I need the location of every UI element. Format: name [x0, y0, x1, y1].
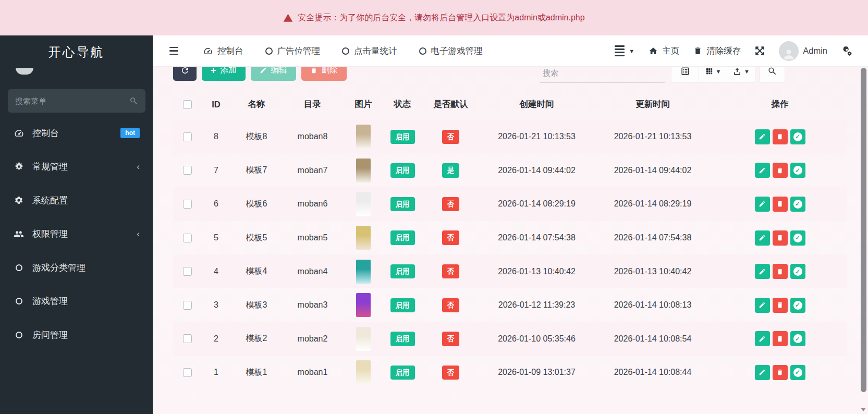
home-link[interactable]: 主页 — [649, 45, 679, 57]
edit-button[interactable]: 编辑 — [251, 67, 296, 81]
default-badge[interactable]: 否 — [442, 366, 460, 380]
select-all-checkbox[interactable] — [183, 100, 192, 109]
default-badge[interactable]: 否 — [442, 197, 460, 212]
default-badge[interactable]: 否 — [442, 230, 460, 245]
user-menu[interactable]: Admin — [779, 41, 827, 61]
template-thumbnail[interactable] — [356, 192, 371, 216]
tab-ad-manage[interactable]: 广告位管理 — [258, 41, 328, 61]
table-search-input[interactable] — [540, 67, 665, 83]
refresh-button[interactable] — [173, 67, 197, 81]
export-button[interactable]: ▼ — [727, 67, 755, 83]
nav-tabs: 控制台 广告位管理 点击量统计 电子游戏管理 — [196, 41, 490, 61]
row-checkbox[interactable] — [183, 234, 192, 242]
row-edit-button[interactable] — [755, 163, 770, 178]
row-delete-button[interactable] — [773, 365, 788, 380]
template-thumbnail[interactable] — [356, 159, 371, 182]
pencil-icon — [260, 67, 267, 74]
dashboard-icon — [13, 128, 25, 138]
row-edit-button[interactable] — [755, 365, 770, 380]
edit-label: 编辑 — [271, 67, 287, 76]
row-check-button[interactable]: ✓ — [790, 197, 805, 212]
row-check-button[interactable]: ✓ — [790, 163, 805, 178]
template-thumbnail[interactable] — [356, 293, 371, 317]
row-checkbox[interactable] — [183, 200, 192, 209]
row-edit-button[interactable] — [755, 331, 770, 346]
search-button[interactable] — [759, 67, 785, 83]
fullscreen-icon[interactable] — [755, 46, 765, 56]
status-badge[interactable]: 启用 — [390, 197, 415, 212]
row-checkbox[interactable] — [183, 267, 192, 276]
sidebar-item-general[interactable]: 常规管理 ‹ — [0, 150, 153, 184]
security-alert-banner: 安全提示：为了你的后台安全，请勿将后台管理入口设置为admin或admin.ph… — [0, 0, 868, 35]
row-check-button[interactable]: ✓ — [790, 264, 805, 279]
col-actions: 操作 — [713, 99, 847, 110]
default-badge[interactable]: 否 — [442, 264, 460, 279]
row-delete-button[interactable] — [773, 163, 788, 178]
tab-list-dropdown[interactable]: ▼ — [615, 45, 634, 57]
scrollbar-thumb[interactable] — [861, 68, 866, 392]
row-edit-button[interactable] — [755, 264, 770, 279]
row-check-button[interactable]: ✓ — [790, 331, 805, 346]
sidebar-search-input[interactable] — [15, 96, 129, 105]
row-checkbox[interactable] — [183, 334, 192, 343]
status-badge[interactable]: 启用 — [390, 298, 415, 313]
row-delete-button[interactable] — [773, 331, 788, 346]
clear-cache-link[interactable]: 清除缓存 — [693, 45, 741, 57]
row-edit-button[interactable] — [755, 129, 770, 144]
row-checkbox[interactable] — [183, 368, 192, 377]
row-check-button[interactable]: ✓ — [790, 129, 805, 144]
row-check-button[interactable]: ✓ — [790, 298, 805, 313]
row-delete-button[interactable] — [773, 264, 788, 279]
check-icon: ✓ — [793, 334, 802, 343]
sidebar-item-game-category[interactable]: 游戏分类管理 — [0, 251, 153, 285]
row-check-button[interactable]: ✓ — [790, 365, 805, 380]
settings-gears-icon[interactable] — [841, 45, 852, 56]
default-badge[interactable]: 否 — [442, 298, 460, 313]
detail-view-button[interactable] — [671, 67, 699, 83]
row-edit-button[interactable] — [755, 230, 770, 246]
default-badge[interactable]: 否 — [442, 130, 460, 144]
tab-console[interactable]: 控制台 — [196, 41, 251, 61]
template-thumbnail[interactable] — [356, 260, 371, 284]
row-delete-button[interactable] — [773, 298, 788, 313]
sidebar-item-system-config[interactable]: 系统配置 — [0, 184, 153, 217]
template-thumbnail[interactable] — [356, 226, 371, 250]
row-delete-button[interactable] — [773, 197, 788, 212]
sidebar-item-permissions[interactable]: 权限管理 ‹ — [0, 217, 153, 251]
row-edit-button[interactable] — [755, 298, 770, 313]
row-checkbox[interactable] — [183, 301, 192, 310]
scrollbar-down-arrow[interactable] — [861, 408, 866, 411]
export-icon — [732, 67, 742, 76]
template-thumbnail[interactable] — [356, 360, 371, 384]
status-badge[interactable]: 启用 — [390, 366, 415, 380]
status-badge[interactable]: 启用 — [390, 163, 415, 178]
template-thumbnail[interactable] — [356, 125, 371, 149]
row-delete-button[interactable] — [773, 129, 788, 144]
sidebar-item-game-manage[interactable]: 游戏管理 — [0, 285, 153, 319]
row-delete-button[interactable] — [773, 230, 788, 246]
sidebar: 开心导航 控制台 hot 常规管理 ‹ 系统配置 — [0, 35, 153, 414]
tab-egame-manage[interactable]: 电子游戏管理 — [412, 41, 490, 61]
cell-id: 8 — [202, 132, 230, 141]
row-check-button[interactable]: ✓ — [790, 230, 805, 246]
row-checkbox[interactable] — [183, 132, 192, 141]
columns-button[interactable]: ▼ — [699, 67, 727, 83]
tab-click-stats[interactable]: 点击量统计 — [335, 41, 405, 61]
template-thumbnail[interactable] — [356, 327, 371, 351]
sidebar-item-console[interactable]: 控制台 hot — [0, 116, 153, 150]
status-badge[interactable]: 启用 — [390, 130, 415, 144]
default-badge[interactable]: 是 — [442, 163, 460, 178]
status-badge[interactable]: 启用 — [390, 230, 415, 245]
cell-created: 2026-01-10 05:35:46 — [481, 334, 593, 344]
add-button[interactable]: + 添加 — [202, 67, 246, 81]
row-edit-button[interactable] — [755, 197, 770, 212]
default-badge[interactable]: 否 — [442, 332, 460, 346]
cell-updated: 2026-01-14 09:44:02 — [593, 166, 713, 175]
row-checkbox[interactable] — [183, 166, 192, 175]
status-badge[interactable]: 启用 — [390, 332, 415, 346]
delete-button[interactable]: 删除 — [301, 67, 347, 81]
hamburger-icon[interactable] — [166, 44, 181, 58]
status-badge[interactable]: 启用 — [390, 264, 415, 279]
cell-created: 2026-01-14 07:54:38 — [481, 233, 593, 242]
sidebar-item-room-manage[interactable]: 房间管理 — [0, 318, 153, 352]
